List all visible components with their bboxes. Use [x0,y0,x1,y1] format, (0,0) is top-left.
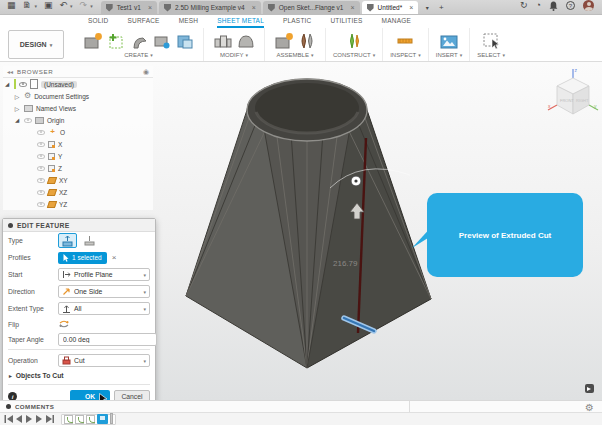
notifications-bell-icon[interactable] [549,1,558,11]
workspace-selector-button[interactable]: DESIGN ▾ [8,30,64,59]
tree-row-root[interactable]: ◢ (Unsaved) [3,78,153,90]
tab-utilities[interactable]: UTILITIES [330,15,362,28]
visibility-eye-icon[interactable] [24,118,32,123]
timeline-extrude-feature-selected[interactable] [97,414,108,424]
tab-solid[interactable]: SOLID [88,15,109,28]
timeline-playback-controls[interactable] [4,414,56,424]
clear-selection-icon[interactable]: × [112,253,117,262]
document-tab-2[interactable]: 2.5D Milling Example v4 × [159,1,261,14]
tab-list-chevron-icon[interactable]: ▾ [420,1,434,14]
timeline-sketch-feature[interactable] [86,415,95,424]
type-thin-extrude-button[interactable] [80,233,99,248]
close-tab-icon[interactable]: × [148,4,152,11]
joint-icon[interactable] [295,30,318,52]
visibility-eye-icon[interactable] [37,178,45,183]
group-label-insert[interactable]: INSERT▾ [436,52,462,58]
document-tab-active[interactable]: Untitled* × [362,1,419,14]
tree-row-origin[interactable]: ◢ Origin [3,114,153,126]
document-tab-3[interactable]: Open Sket...Flange v1 × [263,1,360,14]
collapsed-icon[interactable]: ▷ [13,105,21,112]
new-tab-icon[interactable]: + [434,1,448,14]
redo-caret-icon[interactable]: ▾ [90,3,93,9]
objects-to-cut-row[interactable]: ▸ Objects To Cut [3,369,155,382]
tab-plastic[interactable]: PLASTIC [283,15,312,28]
dialog-header[interactable]: EDIT FEATURE [3,219,155,232]
tab-manage[interactable]: MANAGE [382,15,411,28]
type-extrude-button[interactable] [58,233,77,248]
sync-status-icon[interactable]: ↻ [520,1,528,10]
tree-row-document-settings[interactable]: ▷ ⚙ Document Settings [3,90,153,102]
insert-image-icon[interactable] [437,30,460,52]
form-icon[interactable] [234,30,257,52]
group-label-create[interactable]: CREATE▾ [124,52,152,58]
operation-dropdown[interactable]: Cut ▾ [58,354,150,367]
tree-row-plane-yz[interactable]: YZ [3,198,153,210]
tab-sheet-metal[interactable]: SHEET METAL [217,15,264,28]
undo-icon[interactable]: ↶ [60,1,68,10]
tree-row-axis-x[interactable]: X [3,138,153,150]
new-component-icon[interactable] [272,30,295,52]
visibility-eye-icon[interactable] [37,154,45,159]
derive-icon[interactable] [173,30,196,52]
timeline-position-marker[interactable] [110,413,113,424]
extent-dropdown[interactable]: All ▾ [58,302,150,315]
direction-dropdown[interactable]: One Side ▾ [58,285,150,298]
visibility-eye-icon[interactable] [19,82,27,87]
tree-row-plane-xy[interactable]: XY [3,174,153,186]
flange-icon[interactable] [81,30,104,52]
callout-bubble: Preview of Extruded Cut [427,193,583,277]
create-sketch-icon[interactable] [104,30,127,52]
timeline-sketch-feature[interactable] [75,415,84,424]
tree-row-plane-xz[interactable]: XZ [3,186,153,198]
group-label-construct[interactable]: CONSTRUCT▾ [333,52,375,58]
tree-row-named-views[interactable]: ▷ Named Views [3,102,153,114]
user-avatar[interactable] [583,0,594,11]
construction-plane-icon[interactable] [343,30,366,52]
visibility-eye-icon[interactable] [37,202,45,207]
unfold-icon[interactable] [211,30,234,52]
group-label-modify[interactable]: MODIFY▾ [220,52,248,58]
visibility-eye-icon[interactable] [37,142,45,147]
group-label-select[interactable]: SELECT▾ [477,52,505,58]
expand-icon[interactable]: ◢ [13,117,21,123]
select-icon[interactable] [480,30,503,52]
tree-row-origin-point[interactable]: + O [3,126,153,138]
profiles-selected-chip[interactable]: 1 selected [58,252,107,264]
redo-icon[interactable]: ↷ [80,1,88,10]
tree-row-axis-y[interactable]: Y [3,150,153,162]
collapse-panel-icon[interactable]: ◂◂ [7,68,13,75]
tab-surface[interactable]: SURFACE [128,15,160,28]
document-tab-1[interactable]: Test1 v1 × [101,1,157,14]
preferences-gear-icon[interactable]: ⚙ [585,403,594,413]
file-caret-icon[interactable]: ▾ [35,3,38,9]
bend-icon[interactable] [127,30,150,52]
timeline-sketch-feature[interactable] [64,415,73,424]
tree-row-axis-z[interactable]: Z [3,162,153,174]
tab-mesh[interactable]: MESH [179,15,199,28]
group-label-inspect[interactable]: INSPECT▾ [390,52,421,58]
toolbar-group-construct: CONSTRUCT▾ [326,28,383,61]
feedback-icon[interactable] [585,384,594,393]
undo-caret-icon[interactable]: ▾ [70,3,73,9]
start-dropdown[interactable]: Profile Plane ▾ [58,268,150,281]
collapsed-icon[interactable]: ▷ [13,93,21,100]
file-menu-icon[interactable]: 🗎 [23,1,32,10]
app-grid-icon[interactable]: ▦ [7,1,16,10]
convert-to-sheet-metal-icon[interactable] [150,30,173,52]
visibility-eye-icon[interactable] [37,166,45,171]
measure-icon[interactable] [394,30,417,52]
close-tab-icon[interactable]: × [252,4,256,11]
save-icon[interactable]: ▣ [44,1,53,10]
browser-filter-icon[interactable]: ◉ [143,68,149,76]
group-label-assemble[interactable]: ASSEMBLE▾ [277,52,314,58]
visibility-eye-icon[interactable] [37,190,45,195]
close-tab-icon[interactable]: × [351,4,355,11]
help-icon[interactable]: ? [566,1,575,10]
expand-icon[interactable]: ◢ [3,81,11,87]
job-status-icon[interactable]: ◔ [536,1,541,10]
view-cube[interactable]: z x y FRONT RIGHT [546,66,600,122]
visibility-eye-icon[interactable] [37,130,45,135]
close-tab-icon[interactable]: × [409,4,413,11]
taper-angle-input[interactable] [58,333,157,346]
flip-button[interactable] [58,315,70,333]
